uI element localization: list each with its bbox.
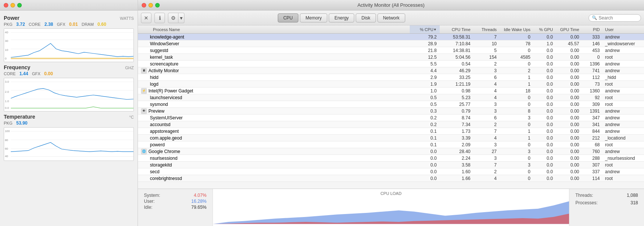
tab-memory[interactable]: Memory — [300, 13, 327, 22]
close-button[interactable] — [4, 3, 8, 7]
col-header-cputime[interactable]: CPU Time — [440, 27, 473, 32]
cell-gputime: 0.00 — [556, 95, 582, 100]
table-row[interactable]: sysmond 0.5 25.77 3 0 0.0 0.00 309 root — [138, 101, 644, 108]
am-minimize-button[interactable] — [148, 3, 153, 7]
col-header-gputime[interactable]: GPU Time — [556, 27, 582, 32]
col-header-threads[interactable]: Threads — [473, 27, 500, 32]
inspect-button[interactable]: ℹ — [154, 13, 165, 23]
table-row[interactable]: corebrightnessd 0.0 1.66 4 0 0.0 0.00 11… — [138, 175, 644, 182]
table-row[interactable]: com.apple.geod 0.1 3.39 4 1 0.0 0.00 212… — [138, 135, 644, 141]
cell-cputime: 5.23 — [440, 95, 473, 100]
table-row[interactable]: storagekitd 0.0 3.58 7 3 0.0 0.00 307 ro… — [138, 162, 644, 168]
cell-process-name: SystemUIServer — [138, 115, 410, 120]
cell-cputime: 3.39 — [440, 135, 473, 141]
action-button-group: ⚙ ▾ — [168, 13, 184, 23]
svg-text:80: 80 — [5, 138, 8, 142]
table-row[interactable]: nsurlsessiond 0.0 2.24 3 0 0.0 0.00 288 … — [138, 155, 644, 162]
table-row[interactable]: knowledge-agent 79.2 53:58.31 7 0 0.0 0.… — [138, 34, 644, 40]
cell-user: andrew — [603, 122, 644, 127]
tab-network[interactable]: Network — [377, 13, 405, 22]
cell-gputime: 0.00 — [556, 34, 582, 40]
search-input[interactable] — [599, 15, 638, 21]
table-body: knowledge-agent 79.2 53:58.31 7 0 0.0 0.… — [138, 34, 644, 189]
cell-cpu: 0.2 — [410, 122, 440, 127]
process-icon: 🌐 — [141, 149, 147, 155]
threads-row: Threads: 1,088 — [575, 193, 638, 198]
cell-cputime: 14:38.81 — [440, 48, 473, 53]
table-row[interactable]: launchservicesd 0.5 5.23 4 0 0.0 0.00 92… — [138, 94, 644, 101]
cell-pid: 844 — [582, 129, 603, 134]
cell-gputime: 0.00 — [556, 102, 582, 107]
cell-idlewake: 1 — [500, 135, 533, 141]
freq-core-label: CORE — [4, 71, 16, 76]
cell-cputime: 3.58 — [440, 162, 473, 168]
table-row[interactable]: 🌐 Google Chrome 0.0 28.40 27 3 0.0 0.00 … — [138, 148, 644, 155]
svg-text:100: 100 — [5, 129, 10, 133]
col-header-gpu[interactable]: % GPU — [533, 27, 556, 32]
cell-process-name: accountsd — [138, 122, 410, 127]
system-stat-label: System: — [144, 193, 160, 198]
cell-gputime: 0.00 — [556, 149, 582, 154]
cell-gputime: 0.00 — [556, 162, 582, 168]
cell-user: andrew — [603, 88, 644, 94]
core-label: CORE — [29, 22, 41, 27]
am-traffic-lights — [142, 3, 160, 7]
action-dropdown-button[interactable]: ▾ — [178, 13, 184, 23]
table-row[interactable]: appstoreagent 0.1 1.73 7 1 0.0 0.00 844 … — [138, 128, 644, 135]
freq-label: Frequency — [4, 64, 30, 70]
stop-process-button[interactable]: ✕ — [141, 13, 151, 23]
cell-cpu: 21.8 — [410, 48, 440, 53]
table-row[interactable]: powerd 0.1 2.09 3 0 0.0 0.00 68 root — [138, 141, 644, 148]
cell-idlewake: 18 — [500, 88, 533, 94]
cpu-sort-arrow: ▼ — [433, 28, 437, 31]
user-stat-value: 16.28% — [191, 199, 207, 204]
action-button[interactable]: ⚙ — [168, 13, 178, 23]
cell-cpu: 0.5 — [410, 95, 440, 100]
cell-process-name: powerd — [138, 142, 410, 147]
cell-threads: 2 — [473, 61, 500, 67]
tab-disk[interactable]: Disk — [356, 13, 376, 22]
table-row[interactable]: accountsd 0.2 7.34 2 0 0.0 0.00 341 andr… — [138, 121, 644, 128]
gfx-value: 0.01 — [69, 22, 78, 27]
table-row[interactable]: 👁 Preview 0.3 0.79 3 8 0.0 0.00 1391 and… — [138, 108, 644, 114]
processes-value: 318 — [631, 200, 638, 205]
col-header-idlewake[interactable]: Idle Wake Ups — [500, 27, 533, 32]
maximize-button[interactable] — [17, 3, 22, 7]
cell-gpu: 0.0 — [533, 122, 556, 127]
am-bottom-panel: System: 4.07% User: 16.28% Idle: 79.65% … — [138, 189, 644, 226]
table-row[interactable]: WindowServer 28.9 7:10.84 10 78 1.0 45.5… — [138, 40, 644, 47]
table-row[interactable]: screencapture 5.5 0.54 2 0 0.0 0.00 1396… — [138, 61, 644, 67]
table-row[interactable]: hidd 2.9 33.25 6 1 0.0 0.00 112 _hidd — [138, 74, 644, 81]
tab-cpu[interactable]: CPU — [278, 13, 298, 22]
table-row[interactable]: logd 1.9 1:21.19 4 1 0.0 0.00 73 root — [138, 81, 644, 88]
am-close-button[interactable] — [142, 3, 146, 7]
col-header-pid[interactable]: PID — [582, 27, 603, 32]
cell-pid: 307 — [582, 162, 603, 168]
col-header-cpu[interactable]: % CPU ▼ — [410, 25, 440, 33]
minimize-button[interactable] — [10, 3, 15, 7]
table-row[interactable]: secd 0.0 1.60 2 0 0.0 0.00 337 andrew — [138, 168, 644, 175]
cell-process-name: corebrightnessd — [138, 176, 410, 181]
table-row[interactable]: suggestd 21.8 14:38.81 5 0 0.0 0.00 453 … — [138, 47, 644, 54]
table-row[interactable]: SystemUIServer 0.2 8.74 6 3 0.0 0.00 347… — [138, 114, 644, 121]
search-box[interactable]: 🔍 — [589, 14, 641, 22]
cell-idlewake: 4585 — [500, 55, 533, 60]
gfx-label: GFX — [57, 22, 66, 27]
col-header-process[interactable]: Process Name — [138, 27, 410, 32]
col-header-user[interactable]: User — [603, 27, 644, 32]
cell-gputime: 0.00 — [556, 176, 582, 181]
table-row[interactable]: ⚡ Intel(R) Power Gadget 1.0 0.98 4 18 0.… — [138, 88, 644, 94]
table-row[interactable]: kernel_task 12.5 5:04.56 154 4585 0.0 0.… — [138, 54, 644, 61]
freq-chart: 3.0 2.0 1.0 0.0 — [4, 78, 134, 112]
cell-threads: 4 — [473, 176, 500, 181]
tab-energy[interactable]: Energy — [329, 13, 354, 22]
cell-gpu: 0.0 — [533, 169, 556, 174]
idle-stat-label: Idle: — [144, 205, 153, 210]
cell-idlewake: 0 — [500, 122, 533, 127]
cell-idlewake: 0 — [500, 34, 533, 40]
table-row[interactable]: 🖥 Activity Monitor 4.4 46.29 3 2 0.0 0.0… — [138, 67, 644, 74]
cell-process-name: sysmond — [138, 102, 410, 107]
cell-user: root — [603, 55, 644, 60]
system-stat-value: 4.07% — [194, 193, 207, 198]
am-maximize-button[interactable] — [155, 3, 160, 7]
